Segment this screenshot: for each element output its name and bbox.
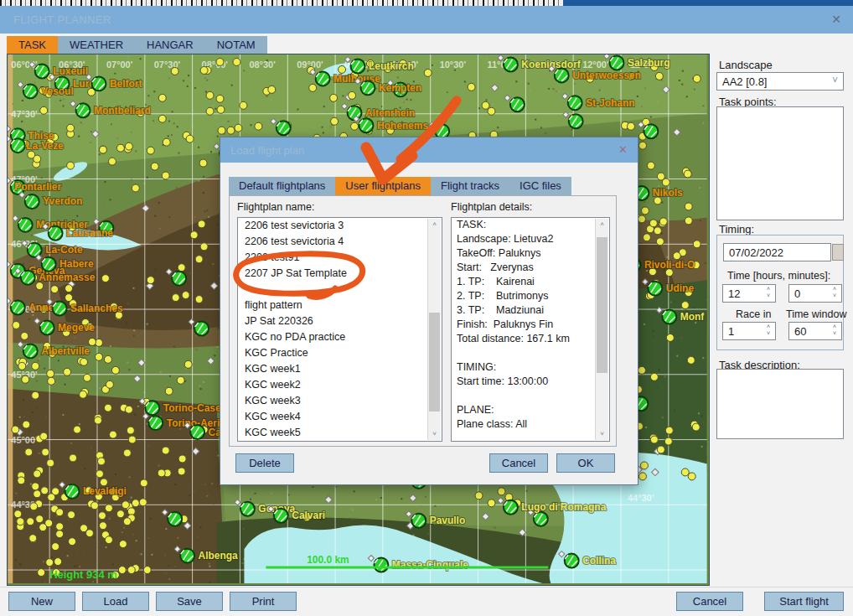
dialog-tab-default-flightplans[interactable]: Default flightplans [229, 177, 335, 195]
town-label: Vesoul [41, 85, 74, 97]
dialog-tab-user-flightplans[interactable]: User flightplans [335, 177, 431, 195]
chevron-up-icon[interactable]: ˄ [767, 324, 770, 330]
stepper-arrows[interactable]: ˄˅ [830, 286, 840, 299]
flightplan-item[interactable]: KGC week1 [238, 361, 442, 377]
flightplan-item[interactable] [238, 282, 442, 298]
town-label: Habere [59, 258, 94, 270]
details-line [452, 432, 609, 442]
flightplan-item[interactable]: KGC week5 [238, 425, 442, 441]
details-scrollbar[interactable]: ˄ ˅ [595, 219, 608, 440]
details-line: TIMING: [452, 360, 609, 375]
dialog-tab-igc-files[interactable]: IGC files [509, 177, 571, 195]
dialog-tab-flight-tracks[interactable]: Flight tracks [431, 177, 509, 195]
flightplan-item[interactable]: 2206 test sevictoria 4 [238, 234, 442, 250]
chevron-up-icon[interactable]: ˄ [833, 286, 836, 292]
flightplan-item[interactable]: KGC week4 [238, 409, 442, 425]
dialog-title: Load flight plan [230, 144, 304, 157]
town-label: Levaldigi [83, 485, 127, 497]
delete-button[interactable]: Delete [235, 453, 294, 473]
flightplan-item[interactable]: JP Sat 220326 [238, 313, 442, 329]
flightplan-item[interactable]: 2206 test91 [238, 250, 442, 266]
town-label: St-Johann [586, 97, 634, 109]
town-label: Pontarlier [14, 181, 61, 193]
time-hours-stepper[interactable]: 12 ˄˅ [722, 284, 776, 303]
date-picker-button[interactable] [832, 244, 844, 261]
ok-button[interactable]: OK [556, 453, 615, 473]
flightplan-name-label: Flightplan name: [237, 201, 314, 213]
town-label: Kempten [379, 82, 421, 94]
time-hours-value: 12 [728, 287, 740, 300]
chevron-down-icon[interactable]: ˅ [767, 330, 770, 337]
race-in-value: 1 [728, 325, 734, 338]
dialog-titlebar: Load flight plan ✕ [220, 137, 638, 163]
flightplan-item[interactable]: flight pattern [238, 298, 442, 313]
scroll-down-icon[interactable]: ˅ [428, 428, 441, 440]
load-flight-plan-dialog: Load flight plan ✕ Default flightplansUs… [220, 137, 638, 485]
race-in-label: Race in [736, 308, 771, 320]
scrollbar-thumb[interactable] [597, 237, 607, 373]
chevron-up-icon[interactable]: ˄ [833, 324, 836, 330]
chevron-down-icon[interactable]: ˅ [833, 292, 836, 299]
chevron-down-icon[interactable]: ˅ [833, 330, 836, 337]
background-window-edge [0, 0, 853, 6]
new-button[interactable]: New [8, 592, 75, 611]
chevron-down-icon: ˅ [832, 75, 838, 86]
time-window-value: 60 [794, 325, 806, 338]
footer-divider [0, 587, 853, 588]
chevron-down-icon[interactable]: ˅ [767, 292, 770, 299]
window-close-icon[interactable]: ✕ [831, 13, 841, 26]
time-window-stepper[interactable]: 60 ˄˅ [788, 322, 842, 340]
town-label: Albertville [41, 345, 90, 357]
stepper-arrows[interactable]: ˄˅ [763, 324, 773, 337]
scrollbar-thumb[interactable] [429, 313, 440, 412]
details-line [452, 346, 609, 360]
svg-text:12°00': 12°00' [582, 60, 609, 70]
flightplan-item[interactable]: KGC no PDA practice [238, 329, 442, 345]
tab-weather[interactable]: WEATHER [58, 36, 135, 54]
flightplan-list[interactable]: ˄ ˅ 2206 test sevictoria 32206 test sevi… [237, 217, 442, 442]
chevron-up-icon[interactable]: ˄ [767, 286, 770, 292]
svg-text:44°30': 44°30' [628, 493, 654, 503]
flightplan-details[interactable]: ˄ ˅ TASK:Landscape: Lietuva2TakeOff: Pal… [451, 217, 610, 442]
save-button[interactable]: Save [156, 592, 223, 611]
town-label: Calvari [292, 510, 325, 521]
race-in-stepper[interactable]: 1 ˄˅ [722, 322, 776, 340]
dialog-cancel-button[interactable]: Cancel [489, 453, 548, 473]
date-field[interactable]: 07/02/2022 [723, 243, 831, 261]
town-label: La-Veze [26, 140, 64, 152]
task-points-list[interactable] [716, 106, 844, 220]
flightplan-item[interactable]: 2206 test sevictoria 3 [238, 218, 442, 234]
stepper-arrows[interactable]: ˄˅ [830, 324, 840, 337]
cancel-button[interactable]: Cancel [676, 592, 743, 611]
stepper-arrows[interactable]: ˄˅ [763, 286, 773, 299]
flightplan-item[interactable]: KGC week2 [238, 377, 442, 393]
task-description-box[interactable] [716, 369, 844, 439]
svg-text:07°00': 07°00' [106, 60, 133, 70]
map-scale-label: 100.0 km [307, 554, 349, 566]
town-label: Nikols [653, 187, 683, 199]
landscape-dropdown[interactable]: AA2 [0.8] ˅ [716, 72, 844, 91]
tab-task[interactable]: TASK [7, 36, 58, 54]
print-button[interactable]: Print [230, 592, 297, 611]
tab-notam[interactable]: NOTAM [205, 36, 267, 54]
start-flight-button[interactable]: Start flight [764, 592, 844, 611]
town-label: Yverdon [43, 195, 82, 207]
town-label: Annemasse [39, 272, 95, 283]
details-line [452, 389, 609, 403]
dialog-close-icon[interactable]: ✕ [618, 143, 628, 156]
list-scrollbar[interactable]: ˄ ˅ [427, 219, 441, 440]
town-label: Massa-Cinquale [392, 559, 468, 571]
town-label: Belfort [110, 78, 142, 90]
flightplan-item[interactable]: 2207 JP Sat Template [238, 266, 442, 282]
scroll-down-icon[interactable]: ˅ [596, 428, 608, 440]
load-button[interactable]: Load [82, 592, 149, 611]
tab-hangar[interactable]: HANGAR [135, 36, 205, 54]
town-label: La-Cote [45, 244, 83, 256]
time-minutes-stepper[interactable]: 0 ˄˅ [788, 284, 842, 303]
scroll-up-icon[interactable]: ˄ [428, 219, 441, 230]
main-tab-bar: TASKWEATHERHANGARNOTAM [7, 36, 267, 54]
flightplan-item[interactable]: KGC Practice [238, 345, 442, 361]
town-label: Montbeliard [94, 105, 151, 116]
flightplan-item[interactable]: KGC week3 [238, 393, 442, 409]
scroll-up-icon[interactable]: ˄ [596, 219, 608, 230]
